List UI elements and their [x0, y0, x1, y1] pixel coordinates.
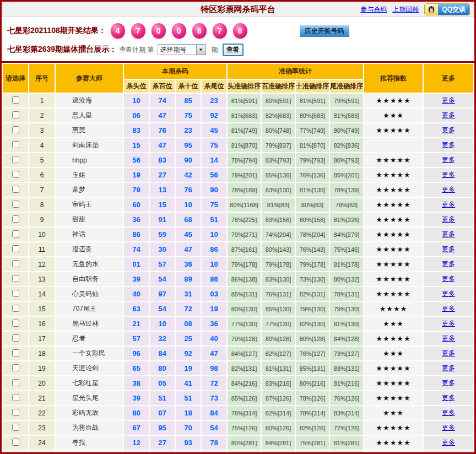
kill-code-value: 95	[150, 421, 175, 435]
row-select-checkbox[interactable]	[12, 141, 19, 148]
row-number: 7	[29, 183, 55, 197]
table-row: 12无鱼的水0157361079%[178]79%[178]79%[178]81…	[3, 257, 473, 271]
col-header-kill-hundred: 杀百位	[150, 80, 175, 93]
accuracy-value: 73%[127]	[330, 347, 363, 360]
row-select-checkbox[interactable]	[12, 171, 19, 178]
accuracy-value: 76%[127]	[296, 347, 329, 360]
row-select-checkbox[interactable]	[12, 230, 19, 237]
more-link[interactable]: 更多	[442, 260, 455, 268]
more-cell: 更多	[424, 287, 473, 301]
more-link[interactable]: 更多	[442, 111, 455, 119]
accuracy-value: 82%[131]	[228, 361, 261, 375]
kill-code-value: 86	[202, 242, 226, 256]
sort-tail-accuracy-link[interactable]: 尾准确排序	[330, 82, 363, 90]
previous-issue-review-link[interactable]: 上期回顾	[392, 5, 419, 14]
more-cell: 更多	[424, 213, 473, 226]
more-link[interactable]: 更多	[442, 141, 455, 149]
kill-code-value: 98	[202, 451, 226, 454]
accuracy-value: 83%[130]	[262, 183, 295, 197]
table-row: 1观沧海1074852381%[591]80%[591]81%[591]79%[…	[3, 94, 473, 107]
more-link[interactable]: 更多	[442, 126, 455, 134]
row-select-checkbox[interactable]	[12, 334, 19, 342]
accuracy-value: 78%[794]	[228, 153, 261, 167]
more-link[interactable]: 更多	[442, 186, 455, 193]
accuracy-value: 82%[127]	[262, 347, 295, 360]
row-select-checkbox[interactable]	[12, 111, 19, 118]
master-name: 彩码无敌	[56, 406, 123, 420]
issue-select[interactable]: 选择期号 ▼	[158, 44, 206, 55]
kill-code-value: 84	[202, 406, 226, 420]
row-select-checkbox[interactable]	[12, 215, 19, 223]
more-link[interactable]: 更多	[442, 424, 455, 431]
more-link[interactable]: 更多	[442, 320, 455, 327]
row-select-checkbox[interactable]	[12, 424, 19, 431]
star-rating: ★★★★★	[364, 376, 423, 390]
kill-code-value: 72	[176, 302, 201, 316]
more-link[interactable]: 更多	[442, 96, 455, 104]
more-link[interactable]: 更多	[442, 156, 455, 164]
kill-code-value: 56	[202, 168, 226, 182]
more-link[interactable]: 更多	[442, 290, 455, 298]
row-select-checkbox[interactable]	[12, 364, 19, 371]
accuracy-value: 81%[683]	[228, 109, 261, 122]
row-select-checkbox[interactable]	[12, 260, 19, 267]
sort-hundred-accuracy-link[interactable]: 百准确排序	[262, 82, 295, 90]
row-select-checkbox[interactable]	[12, 320, 19, 327]
row-select-checkbox[interactable]	[12, 394, 19, 401]
chevron-down-icon[interactable]: ▼	[196, 45, 205, 55]
table-row: 15707尾王6354721980%[130]85%[130]79%[130]7…	[3, 302, 473, 316]
row-select-checkbox[interactable]	[12, 156, 19, 163]
more-link[interactable]: 更多	[442, 201, 455, 208]
row-select-checkbox[interactable]	[12, 245, 19, 252]
row-select-checkbox[interactable]	[12, 439, 19, 446]
row-select-checkbox[interactable]	[12, 96, 19, 104]
more-cell: 更多	[424, 257, 473, 271]
accuracy-value: 81%[749]	[228, 123, 261, 137]
row-select-checkbox[interactable]	[12, 290, 19, 297]
more-link[interactable]: 更多	[442, 245, 455, 253]
row-number: 5	[29, 153, 55, 167]
more-link[interactable]: 更多	[442, 215, 455, 223]
row-select-checkbox[interactable]	[12, 201, 19, 208]
view-button[interactable]: 查看	[223, 44, 244, 56]
sort-head-accuracy-link[interactable]: 头准确排序	[228, 82, 261, 90]
kill-code-value: 72	[124, 451, 149, 454]
row-number: 22	[29, 406, 55, 420]
row-select-checkbox[interactable]	[12, 379, 19, 386]
master-name: 七彩红星	[56, 376, 123, 390]
kill-code-value: 10	[124, 94, 149, 107]
more-link[interactable]: 更多	[442, 305, 455, 312]
row-select-checkbox[interactable]	[12, 409, 19, 416]
row-select-checkbox[interactable]	[12, 305, 19, 312]
more-cell: 更多	[424, 138, 473, 152]
join-kill-code-link[interactable]: 参与杀码	[360, 5, 387, 14]
row-select-cell	[3, 287, 28, 301]
row-select-cell	[3, 109, 28, 122]
more-link[interactable]: 更多	[442, 364, 455, 372]
kill-code-value: 19	[176, 361, 201, 375]
more-link[interactable]: 更多	[442, 394, 455, 402]
kill-code-value: 67	[124, 421, 149, 435]
accuracy-value: 85%[131]	[228, 287, 261, 301]
star-rating: ★★★★★	[364, 168, 423, 182]
more-link[interactable]: 更多	[442, 334, 455, 342]
history-numbers-link[interactable]: 历史开奖号码	[300, 25, 349, 37]
sort-ten-accuracy-link[interactable]: 十准确排序	[296, 82, 329, 90]
more-link[interactable]: 更多	[442, 349, 455, 357]
row-select-checkbox[interactable]	[12, 349, 19, 356]
row-number: 3	[29, 123, 55, 137]
col-header-index: 序号	[29, 64, 55, 93]
more-link[interactable]: 更多	[442, 230, 455, 238]
row-select-checkbox[interactable]	[12, 275, 19, 282]
more-link[interactable]: 更多	[442, 409, 455, 417]
qq-chat-button[interactable]: QQ交谈	[424, 3, 470, 15]
more-link[interactable]: 更多	[442, 275, 455, 283]
accuracy-value: 78%[139]	[330, 183, 363, 197]
more-link[interactable]: 更多	[442, 439, 455, 446]
more-link[interactable]: 更多	[442, 171, 455, 179]
more-link[interactable]: 更多	[442, 379, 455, 387]
row-select-checkbox[interactable]	[12, 186, 19, 193]
kill-code-value: 56	[124, 153, 149, 167]
star-rating: ★★★★	[364, 302, 423, 316]
row-select-checkbox[interactable]	[12, 126, 19, 133]
